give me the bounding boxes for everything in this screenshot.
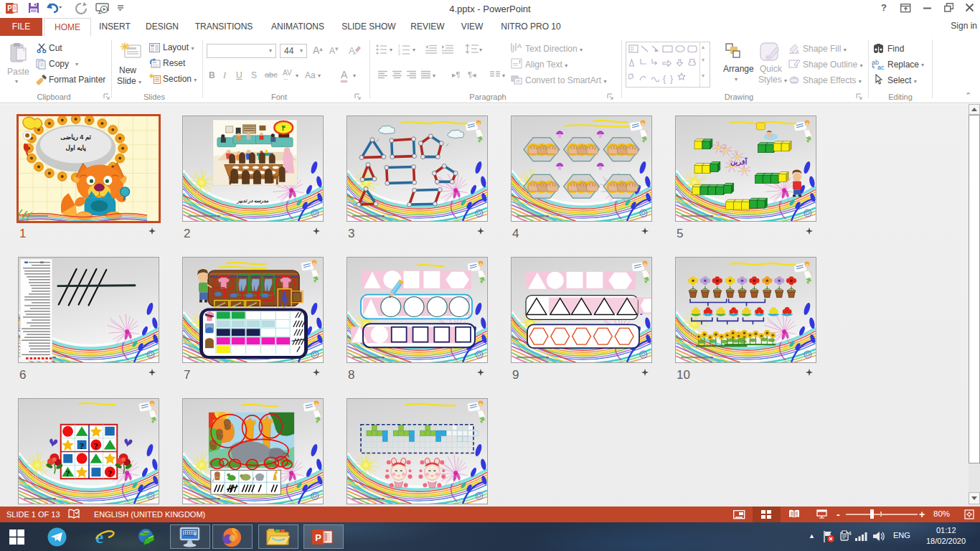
- svg-text:?: ?: [66, 468, 70, 479]
- svg-text:?: ?: [94, 441, 98, 451]
- svg-text:?: ?: [80, 441, 84, 451]
- svg-text:تم 4 ریاضی: تم 4 ریاضی: [60, 133, 91, 141]
- svg-text:پایه اول: پایه اول: [66, 144, 87, 152]
- svg-text:مدرسه در تدبیر: مدرسه در تدبیر: [237, 198, 269, 204]
- svg-text:3: 3: [398, 52, 400, 55]
- svg-text:A: A: [349, 45, 355, 56]
- svg-text:A: A: [517, 42, 522, 50]
- svg-text:{: {: [663, 74, 666, 84]
- svg-text:?: ?: [108, 468, 112, 479]
- svg-text:۴: ۴: [281, 123, 286, 132]
- svg-text:آفرین: آفرین: [730, 157, 748, 166]
- svg-text:}: }: [670, 74, 673, 84]
- svg-text:ac: ac: [877, 64, 885, 70]
- svg-text:P: P: [315, 532, 321, 543]
